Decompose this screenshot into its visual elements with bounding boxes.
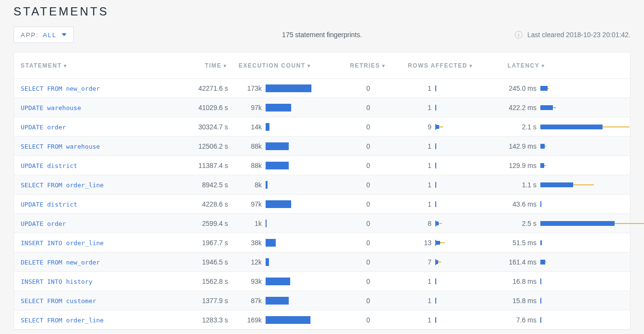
time-cell: 1946.5 s: [173, 258, 236, 266]
latency-bar: [540, 86, 548, 91]
rows-affected-cell: 1: [400, 84, 496, 92]
exec-count-cell: 93k: [236, 278, 337, 285]
time-cell: 1377.9 s: [173, 297, 236, 305]
rows-bar: [435, 241, 440, 245]
col-execution-count[interactable]: EXECUTION COUNT▼: [236, 62, 337, 69]
app-filter-dropdown[interactable]: APP: ALL: [13, 27, 74, 43]
page-title: STATEMENTS: [13, 5, 631, 18]
table-row: INSERT INTO history1562.8 s93k0116.8 ms: [14, 272, 630, 291]
retries-cell: 0: [337, 162, 400, 169]
col-retries[interactable]: RETRIES▼: [337, 62, 400, 69]
sort-icon: ▼: [381, 63, 387, 69]
retries-cell: 0: [337, 104, 400, 111]
latency-bar: [540, 221, 615, 226]
rows-tick: [435, 182, 436, 188]
rows-tick: [435, 298, 436, 304]
rows-tick: [435, 105, 436, 111]
rows-affected-cell: 1: [400, 278, 496, 285]
rows-dash: [439, 223, 442, 224]
latency-bar: [540, 182, 573, 187]
latency-bar: [540, 105, 553, 110]
table-row: SELECT FROM order_line1283.3 s169k017.6 …: [14, 310, 630, 330]
latency-dash: [545, 262, 546, 263]
exec-count-cell: 173k: [236, 84, 337, 92]
col-statement[interactable]: STATEMENT▼: [14, 62, 173, 69]
app-filter-value: ALL: [43, 31, 57, 39]
statement-link[interactable]: SELECT FROM customer: [21, 297, 96, 305]
latency-dash: [542, 204, 542, 205]
latency-cell: 16.8 ms: [496, 278, 630, 285]
statement-link[interactable]: SELECT FROM warehouse: [21, 143, 100, 150]
latency-cell: 43.6 ms: [496, 200, 630, 208]
exec-count-cell: 97k: [236, 104, 337, 111]
table-row: UPDATE district11387.4 s88k01129.9 ms: [14, 156, 630, 175]
table-row: UPDATE order30324.7 s14k092.1 s: [14, 117, 630, 137]
statement-link[interactable]: UPDATE district: [21, 162, 77, 169]
latency-bar: [540, 163, 544, 168]
time-cell: 8942.5 s: [173, 181, 236, 189]
time-cell: 2599.4 s: [173, 220, 236, 227]
last-cleared: i Last cleared 2018-10-23 20:01:42.: [515, 31, 631, 39]
retries-cell: 0: [337, 278, 400, 285]
latency-dash: [615, 223, 644, 224]
rows-tick: [435, 143, 436, 149]
time-cell: 4228.6 s: [173, 200, 236, 208]
rows-affected-cell: 1: [400, 181, 496, 189]
exec-count-cell: 14k: [236, 123, 337, 131]
exec-count-cell: 1k: [236, 220, 337, 227]
statement-link[interactable]: DELETE FROM new_order: [21, 259, 100, 266]
rows-affected-cell: 1: [400, 142, 496, 150]
statement-link[interactable]: SELECT FROM order_line: [21, 317, 104, 324]
time-cell: 30324.7 s: [173, 123, 236, 131]
rows-bar: [435, 222, 439, 225]
latency-dash: [553, 107, 556, 108]
statement-link[interactable]: UPDATE order: [21, 124, 66, 131]
table-row: UPDATE district4228.6 s97k0143.6 ms: [14, 195, 630, 214]
col-rows-affected[interactable]: ROWS AFFECTED▼: [400, 62, 496, 69]
statement-link[interactable]: INSERT INTO order_line: [21, 239, 104, 247]
col-time[interactable]: TIME▼: [173, 62, 236, 69]
latency-cell: 7.6 ms: [496, 316, 630, 324]
statement-link[interactable]: SELECT FROM new_order: [21, 85, 100, 92]
exec-count-bar: [266, 220, 267, 227]
exec-count-bar: [266, 142, 289, 150]
col-latency[interactable]: LATENCY▼: [496, 62, 630, 69]
latency-cell: 245.0 ms: [496, 84, 630, 92]
exec-count-cell: 87k: [236, 297, 337, 305]
latency-cell: 15.8 ms: [496, 297, 630, 305]
statement-link[interactable]: INSERT INTO history: [21, 278, 93, 285]
time-cell: 1562.8 s: [173, 278, 236, 285]
rows-affected-cell: 1: [400, 200, 496, 208]
time-cell: 1283.3 s: [173, 316, 236, 324]
rows-affected-cell: 1: [400, 162, 496, 169]
info-icon[interactable]: i: [515, 31, 523, 39]
exec-count-bar: [266, 104, 291, 111]
latency-cell: 2.5 s: [496, 220, 630, 227]
table-row: SELECT FROM warehouse12506.2 s88k01142.9…: [14, 137, 630, 156]
statements-table: STATEMENT▼ TIME▼ EXECUTION COUNT▼ RETRIE…: [13, 52, 631, 330]
retries-cell: 0: [337, 239, 400, 247]
rows-affected-cell: 1: [400, 297, 496, 305]
rows-tick: [435, 278, 436, 284]
statement-link[interactable]: UPDATE district: [21, 201, 77, 208]
exec-count-cell: 38k: [236, 239, 337, 247]
exec-count-bar: [266, 258, 269, 266]
statement-link[interactable]: UPDATE order: [21, 220, 66, 227]
retries-cell: 0: [337, 297, 400, 305]
latency-cell: 422.2 ms: [496, 104, 630, 111]
rows-affected-cell: 8: [400, 220, 496, 227]
statement-link[interactable]: SELECT FROM order_line: [21, 181, 104, 189]
latency-tick: [540, 317, 541, 323]
exec-count-bar: [266, 239, 276, 247]
exec-count-cell: 97k: [236, 200, 337, 208]
latency-dash: [573, 184, 594, 185]
table-row: SELECT FROM new_order42271.6 s173k01245.…: [14, 79, 630, 98]
rows-affected-cell: 9: [400, 123, 496, 131]
last-cleared-value: 2018-10-23 20:01:42.: [566, 31, 631, 39]
retries-cell: 0: [337, 200, 400, 208]
time-cell: 1967.7 s: [173, 239, 236, 247]
sort-icon: ▼: [307, 63, 312, 69]
rows-dash: [438, 262, 441, 263]
statement-link[interactable]: UPDATE warehouse: [21, 104, 81, 111]
latency-cell: 161.4 ms: [496, 258, 630, 266]
